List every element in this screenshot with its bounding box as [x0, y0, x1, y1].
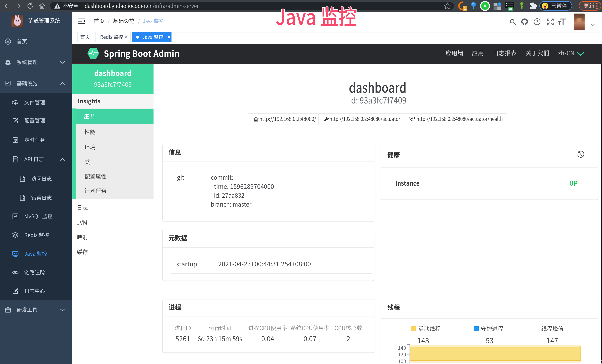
- svg-text:y: y: [484, 3, 486, 8]
- svg-text:on: on: [509, 7, 512, 10]
- svg-text:?: ?: [536, 20, 538, 24]
- svg-text:1: 1: [464, 7, 466, 11]
